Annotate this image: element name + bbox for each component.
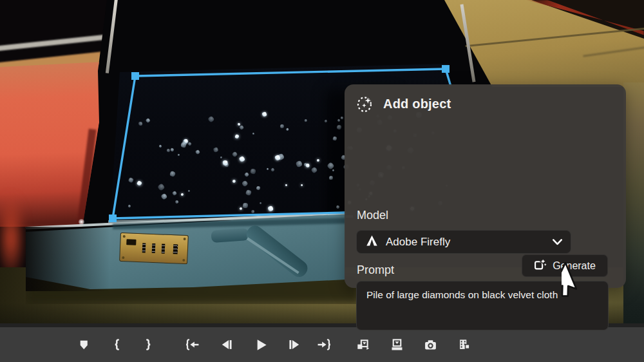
adobe-firefly-logo-icon (365, 234, 379, 250)
comparison-view-button[interactable] (453, 333, 476, 356)
generative-add-icon (355, 94, 374, 113)
selection-handle-bottom-left[interactable] (109, 214, 117, 222)
go-to-in-icon (185, 338, 200, 351)
mark-out-button[interactable] (137, 333, 160, 356)
export-frame-camera-icon (424, 338, 437, 352)
panel-title: Add object (383, 97, 451, 111)
add-marker-button[interactable] (72, 333, 95, 356)
mark-out-icon (143, 338, 155, 351)
generate-sparkle-icon (534, 258, 547, 273)
go-to-in-button[interactable] (180, 333, 204, 356)
overwrite-icon (390, 338, 404, 352)
mark-in-icon (110, 338, 122, 351)
prompt-text: Pile of large diamonds on black velvet c… (366, 289, 558, 300)
go-to-out-button[interactable] (312, 333, 336, 356)
step-forward-button[interactable] (283, 333, 306, 356)
prompt-input[interactable]: Pile of large diamonds on black velvet c… (356, 281, 609, 330)
overwrite-button[interactable] (385, 333, 408, 356)
app-window: Add object Model Adobe Firefly Prompt Pi… (0, 0, 644, 362)
selection-handle-top-right[interactable] (442, 65, 450, 73)
insert-icon (356, 338, 370, 352)
insert-button[interactable] (351, 333, 374, 356)
go-to-out-icon (317, 338, 332, 351)
step-back-button[interactable] (215, 333, 238, 356)
model-value: Adobe Firefly (386, 236, 545, 249)
prompt-label: Prompt (357, 263, 394, 277)
transport-toolbar (0, 327, 644, 362)
step-back-icon (220, 338, 233, 351)
play-button[interactable] (249, 333, 272, 356)
selection-edge-left (113, 76, 135, 218)
add-object-panel: Add object Model Adobe Firefly Prompt Pi… (345, 84, 626, 288)
export-frame-button[interactable] (419, 333, 442, 356)
add-marker-icon (77, 339, 90, 351)
chevron-down-icon (553, 239, 562, 245)
play-icon (254, 338, 268, 352)
filmstrip-icon (458, 338, 471, 352)
mark-in-button[interactable] (104, 333, 128, 356)
generate-label: Generate (553, 260, 596, 272)
selection-handle-top-left[interactable] (131, 72, 139, 80)
selection-edge-bottom (113, 213, 346, 218)
selection-edge-top (135, 69, 446, 76)
step-forward-icon (288, 338, 301, 351)
model-label: Model (357, 209, 388, 222)
model-select[interactable]: Adobe Firefly (356, 230, 571, 254)
generate-button[interactable]: Generate (522, 254, 608, 277)
